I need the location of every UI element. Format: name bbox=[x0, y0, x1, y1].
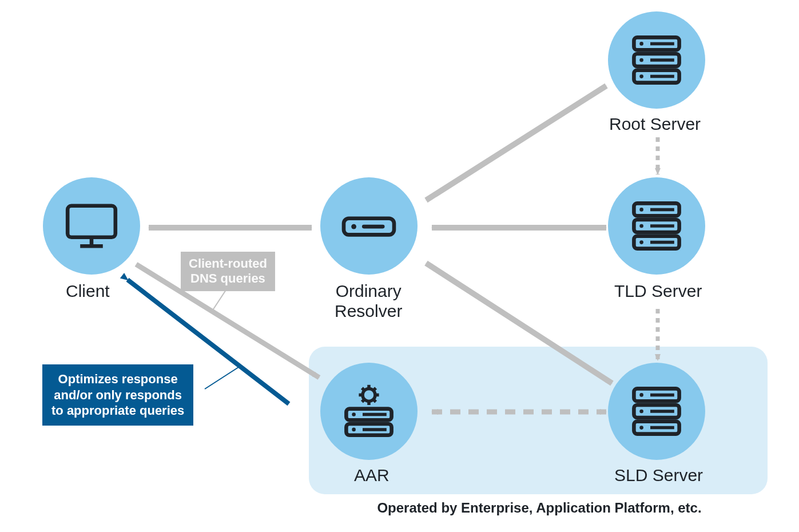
label-root: Root Server bbox=[609, 114, 701, 134]
leader-blue bbox=[205, 366, 240, 389]
label-sld: SLD Server bbox=[614, 466, 703, 486]
node-tld bbox=[608, 177, 705, 275]
svg-point-35 bbox=[352, 412, 356, 416]
router-icon bbox=[337, 194, 400, 257]
svg-point-27 bbox=[639, 393, 643, 397]
server-icon bbox=[625, 29, 688, 92]
label-aar: AAR bbox=[354, 466, 389, 486]
svg-point-29 bbox=[639, 410, 643, 414]
svg-point-13 bbox=[639, 74, 643, 78]
region-caption: Operated by Enterprise, Application Plat… bbox=[322, 500, 757, 516]
node-resolver bbox=[320, 177, 418, 275]
svg-point-20 bbox=[639, 224, 643, 228]
callout-optimizes: Optimizes response and/or only responds … bbox=[42, 364, 193, 426]
svg-point-9 bbox=[639, 42, 643, 46]
svg-line-45 bbox=[373, 388, 376, 390]
svg-line-44 bbox=[362, 388, 364, 390]
label-client: Client bbox=[66, 281, 110, 301]
svg-point-4 bbox=[351, 224, 356, 229]
server-gear-icon bbox=[337, 380, 400, 443]
callout-client-routed: Client-routed DNS queries bbox=[181, 252, 275, 291]
conn-resolver-root bbox=[426, 86, 606, 200]
svg-point-11 bbox=[639, 58, 643, 62]
label-resolver: Ordinary Resolver bbox=[335, 281, 402, 321]
svg-point-31 bbox=[639, 426, 643, 430]
svg-rect-0 bbox=[67, 206, 116, 237]
node-client bbox=[43, 177, 140, 275]
diagram-stage: Client Ordinary Resolver Root Server bbox=[0, 0, 799, 532]
node-root bbox=[608, 11, 705, 109]
node-sld bbox=[608, 363, 705, 460]
server-icon bbox=[625, 194, 688, 257]
svg-line-46 bbox=[362, 399, 364, 402]
label-tld: TLD Server bbox=[614, 281, 702, 301]
svg-point-22 bbox=[639, 240, 643, 244]
svg-line-47 bbox=[373, 399, 376, 402]
node-aar bbox=[320, 363, 418, 460]
leader-gray bbox=[212, 290, 226, 312]
server-icon bbox=[625, 380, 688, 443]
svg-point-37 bbox=[352, 428, 356, 432]
svg-point-18 bbox=[639, 208, 643, 212]
monitor-icon bbox=[60, 194, 123, 257]
